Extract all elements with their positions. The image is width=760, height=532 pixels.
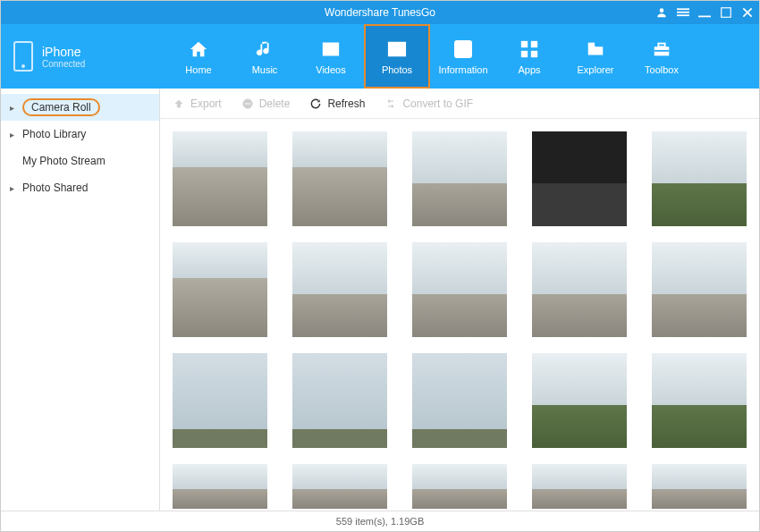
export-icon [173,97,185,110]
device-panel[interactable]: iPhone Connected [1,24,165,89]
music-icon [251,38,278,61]
explorer-icon [582,38,609,61]
chevron-right-icon: ▸ [10,103,17,113]
sidebar-item-photo-shared[interactable]: ▸ Photo Shared [1,174,159,201]
tab-label: Apps [518,64,540,75]
maximize-button[interactable] [720,6,732,19]
sidebar-item-my-photo-stream[interactable]: My Photo Stream [1,148,159,174]
photo-thumb[interactable] [412,464,507,509]
button-label: Refresh [327,97,365,110]
content-area: Export Delete Refresh Convert to GIF [160,89,759,511]
photo-thumb[interactable] [292,131,387,226]
title-bar: Wondershare TunesGo [1,1,759,24]
window-title: Wondershare TunesGo [325,6,435,19]
svg-rect-25 [244,103,250,105]
delete-button[interactable]: Delete [241,97,291,110]
device-status: Connected [42,59,85,69]
convert-icon [384,97,397,110]
videos-icon [317,38,344,61]
tab-explorer[interactable]: Explorer [562,24,629,89]
svg-rect-22 [658,44,664,47]
tab-toolbox[interactable]: Toolbox [629,24,695,89]
svg-point-15 [460,44,466,49]
toolbox-icon [648,38,675,61]
tab-apps[interactable]: Apps [496,24,562,89]
photo-thumb[interactable] [412,131,507,226]
status-text: 559 item(s), 1.19GB [336,516,424,527]
photo-thumb[interactable] [292,464,387,509]
main-tabs: Home Music Videos Photos Information App… [165,24,759,89]
body: ▸ Camera Roll ▸ Photo Library My Photo S… [1,89,759,511]
content-toolbar: Export Delete Refresh Convert to GIF [160,89,759,119]
photos-icon [384,38,410,61]
svg-rect-2 [677,12,689,13]
tab-label: Explorer [578,64,614,75]
main-header: iPhone Connected Home Music Videos Photo… [1,24,759,89]
window-controls [655,1,754,24]
photo-thumb[interactable] [652,464,747,509]
photo-thumb[interactable] [532,353,627,448]
button-label: Convert to GIF [402,97,473,110]
button-label: Export [190,97,222,110]
delete-icon [241,97,254,110]
svg-rect-5 [722,8,731,18]
photo-grid [160,119,759,511]
account-icon[interactable] [655,6,668,19]
svg-point-0 [660,8,664,13]
device-name: iPhone [42,45,85,59]
photo-thumb[interactable] [173,131,267,226]
sidebar-item-label: My Photo Stream [22,155,106,167]
tab-information[interactable]: Information [430,24,496,89]
menu-icon[interactable] [677,6,689,19]
button-label: Delete [259,97,291,110]
photo-thumb[interactable] [652,353,747,448]
svg-rect-1 [677,8,689,10]
information-icon [450,38,477,61]
sidebar-item-label: Photo Shared [22,182,88,194]
tab-label: Toolbox [645,64,679,75]
svg-rect-3 [677,14,689,16]
svg-rect-18 [521,51,528,57]
sidebar: ▸ Camera Roll ▸ Photo Library My Photo S… [1,89,160,511]
sidebar-item-label: Camera Roll [22,98,100,116]
refresh-button[interactable]: Refresh [309,97,365,110]
svg-rect-19 [531,51,537,57]
photo-thumb[interactable] [292,353,387,448]
photo-thumb[interactable] [532,464,627,509]
photo-thumb[interactable] [532,131,627,226]
export-button[interactable]: Export [173,97,222,110]
svg-rect-16 [521,41,528,47]
close-button[interactable] [741,6,754,19]
photo-thumb[interactable] [173,353,267,448]
sidebar-item-photo-library[interactable]: ▸ Photo Library [1,121,159,148]
tab-label: Photos [382,64,412,75]
tab-label: Videos [316,64,345,75]
svg-rect-23 [654,50,670,52]
svg-rect-20 [588,43,595,46]
photo-thumb[interactable] [292,242,387,337]
tab-music[interactable]: Music [232,24,298,89]
sidebar-item-camera-roll[interactable]: ▸ Camera Roll [1,94,159,121]
tab-photos[interactable]: Photos [364,24,430,89]
tab-label: Music [252,64,278,75]
photo-thumb[interactable] [173,464,267,509]
tab-home[interactable]: Home [165,24,232,89]
photo-thumb[interactable] [652,131,747,226]
svg-rect-17 [531,41,537,47]
device-text: iPhone Connected [42,45,85,69]
refresh-icon [309,97,322,110]
sidebar-item-label: Photo Library [22,128,86,140]
tab-videos[interactable]: Videos [298,24,364,89]
photo-thumb[interactable] [652,242,747,337]
tab-label: Information [438,64,487,75]
photo-thumb[interactable] [412,242,507,337]
chevron-right-icon: ▸ [10,130,17,139]
minimize-button[interactable] [698,6,711,19]
convert-to-gif-button[interactable]: Convert to GIF [384,97,473,110]
apps-icon [516,38,543,61]
phone-icon [13,41,33,72]
photo-thumb[interactable] [412,353,507,448]
home-icon [185,38,212,61]
photo-thumb[interactable] [173,242,267,337]
photo-thumb[interactable] [532,242,627,337]
